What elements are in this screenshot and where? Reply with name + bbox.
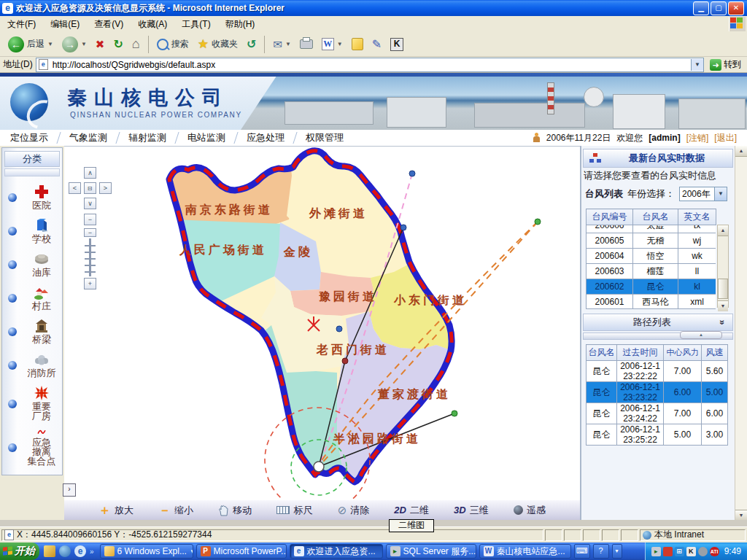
view-3d-tool[interactable]: 3D三维 <box>454 504 489 517</box>
gis-map[interactable]: 南京东路街道 外滩街道 人民广场街道 金陵 豫园街道 小东门街道 老西门街道 董… <box>64 147 580 499</box>
task-powerpoint[interactable]: P Microsoft PowerP... <box>196 544 287 559</box>
mail-button[interactable]: ✉▼ <box>269 36 295 52</box>
typhoon-panel-header[interactable]: 最新台风实时数据 <box>583 149 733 168</box>
panel-splitter[interactable]: ▲ <box>583 332 733 340</box>
table-row[interactable]: 200605无稽wj <box>587 233 716 249</box>
table-row[interactable]: 200603榴莲ll <box>587 264 716 279</box>
nav-radiation[interactable]: 辐射监测 <box>118 131 177 144</box>
map-viewport[interactable]: 南京东路街道 外滩街道 人民广场街道 金陵 豫园街道 小东门街道 老西门街道 董… <box>64 146 580 499</box>
col-header[interactable]: 台风编号 <box>587 209 633 225</box>
pan-tool[interactable]: 移动 <box>218 504 252 517</box>
sidebar-item-village[interactable]: 村庄 <box>2 281 62 315</box>
zoom-in-tool[interactable]: ＋放大 <box>98 502 133 518</box>
menu-view[interactable]: 查看(V) <box>87 18 131 31</box>
go-button[interactable]: ➜ 转到 <box>707 58 744 71</box>
table-row-selected[interactable]: 200602昆仑kl <box>587 279 716 295</box>
menu-help[interactable]: 帮助(H) <box>218 18 263 31</box>
mail-dropdown-icon[interactable]: ▼ <box>285 41 291 47</box>
year-select[interactable]: 2006年 ▼ <box>679 187 727 201</box>
nav-weather[interactable]: 气象监测 <box>59 131 117 144</box>
favorites-button[interactable]: ★ 收藏夹 <box>194 35 241 53</box>
tray-volume-icon[interactable] <box>698 547 708 556</box>
sidebar-item-hospital[interactable]: 医院 <box>2 181 62 214</box>
path-list-header[interactable]: 路径列表 » <box>583 314 733 331</box>
address-field[interactable]: e ▼ <box>36 58 704 72</box>
k-plugin-button[interactable]: K <box>387 36 407 52</box>
col-header[interactable]: 台风名 <box>633 209 678 225</box>
col-header[interactable]: 中心风力 <box>664 345 702 361</box>
sidebar-title[interactable]: 分类 <box>4 151 60 167</box>
typhoon-table-body[interactable]: 200606太虚tx 200605无稽wj 200604悟空wk 200603榴… <box>586 225 716 309</box>
task-sql-server[interactable]: ▸ SQL Server 服务... <box>386 544 476 559</box>
zoom-slider-thumb[interactable]: − <box>84 228 96 237</box>
sidebar-item-bridge[interactable]: 桥梁 <box>2 315 62 349</box>
menu-edit[interactable]: 编辑(E) <box>43 18 87 31</box>
scroll-up-icon[interactable]: ▲ <box>718 225 728 236</box>
col-header[interactable]: 过去时间 <box>617 345 664 361</box>
search-button[interactable]: 搜索 <box>153 36 193 52</box>
sidebar-item-fire-station[interactable]: 消防所 <box>2 349 62 382</box>
typhoon-table-scrollbar[interactable]: ▲ ▼ <box>717 225 729 308</box>
print-button[interactable] <box>296 38 317 50</box>
start-button[interactable]: 开始 <box>0 542 39 560</box>
task-word-doc[interactable]: W 秦山核电站应急... <box>479 544 571 559</box>
table-row-selected[interactable]: 昆仑2006-12-1 23:23:226.005.00 <box>587 382 728 403</box>
scroll-down-icon[interactable]: ▼ <box>735 510 747 520</box>
group-dropdown-icon[interactable]: ▼ <box>190 548 193 555</box>
edit-dropdown-icon[interactable]: ▼ <box>337 41 343 47</box>
edit-word-button[interactable]: W▼ <box>318 36 347 52</box>
menu-favorites[interactable]: 收藏(A) <box>131 18 174 31</box>
scroll-thumb[interactable] <box>718 279 728 299</box>
refresh-button[interactable]: ↻ <box>109 36 126 52</box>
sidebar-item-oil-depot[interactable]: 油库 <box>2 248 62 281</box>
show-desktop-icon[interactable] <box>44 545 55 557</box>
forward-dropdown-icon[interactable]: ▼ <box>81 41 87 47</box>
task-windows-explorer-group[interactable]: 6 Windows Expl... ▼ <box>100 544 193 559</box>
pan-up-button[interactable]: ∧ <box>84 167 96 179</box>
table-row[interactable]: 200606太虚tx <box>587 225 716 233</box>
page-scrollbar[interactable]: ▲ ▼ <box>735 146 747 520</box>
tray-msn-icon[interactable] <box>663 547 673 556</box>
forward-button[interactable]: → ▼ <box>58 35 90 54</box>
history-button[interactable]: ↺ <box>243 36 260 52</box>
table-row[interactable]: 昆仑2006-12-1 23:25:225.003.00 <box>587 424 728 446</box>
quicklaunch-overflow-chevron[interactable]: » <box>90 548 94 556</box>
task-ie-current[interactable]: e 欢迎进入应急资... <box>290 544 383 559</box>
sidebar-item-important-plant[interactable]: 重要 厂房 <box>2 382 62 425</box>
help-language-button[interactable]: ? <box>593 544 609 559</box>
col-header[interactable]: 英文名 <box>678 209 716 225</box>
address-dropdown-icon[interactable]: ▼ <box>691 59 703 71</box>
home-button[interactable]: ⌂ <box>128 35 144 53</box>
window-titlebar[interactable]: e 欢迎进入应急资源及决策信息显示系统 - Microsoft Internet… <box>0 0 747 16</box>
nav-locate[interactable]: 定位显示 <box>0 131 58 144</box>
nav-emergency[interactable]: 应急处理 <box>236 131 295 144</box>
zoom-out-slider-button[interactable]: − <box>84 214 96 225</box>
tray-ati-icon[interactable]: ATI <box>710 547 719 556</box>
sidebar-item-school[interactable]: 学校 <box>2 214 62 248</box>
remote-sensing-tool[interactable]: 遥感 <box>514 504 546 517</box>
zoom-out-tool[interactable]: －缩小 <box>158 502 193 518</box>
tray-network-icon[interactable]: ⊞ <box>675 547 684 556</box>
back-dropdown-icon[interactable]: ▼ <box>47 41 53 47</box>
input-method-button[interactable]: ⌨ <box>574 544 590 559</box>
pan-right-button[interactable]: > <box>99 182 112 194</box>
scroll-down-icon[interactable]: ▼ <box>718 300 728 311</box>
year-select-dropdown-icon[interactable]: ▼ <box>714 187 727 201</box>
table-row[interactable]: 昆仑2006-12-1 23:24:227.006.00 <box>587 403 728 424</box>
table-row[interactable]: 200604悟空wk <box>587 249 716 264</box>
nav-permission[interactable]: 权限管理 <box>295 131 354 144</box>
ruler-tool[interactable]: 标尺 <box>276 504 312 517</box>
maximize-button[interactable]: ▢ <box>711 1 727 15</box>
collapse-chevron-icon[interactable]: » <box>718 320 728 325</box>
scroll-up-icon[interactable]: ▲ <box>735 146 747 157</box>
pan-down-button[interactable]: ∨ <box>84 198 96 209</box>
ie-quicklaunch-icon[interactable]: e <box>74 545 86 557</box>
col-header[interactable]: 台风名 <box>587 345 617 361</box>
ruler-center-button[interactable]: ⊟ <box>84 182 96 194</box>
sidebar-item-assembly-point[interactable]: 应急 撤离 集合点 <box>2 425 62 470</box>
table-row[interactable]: 昆仑2006-12-1 23:22:227.005.60 <box>587 361 728 382</box>
zoom-in-slider-button[interactable]: + <box>84 278 96 289</box>
table-row[interactable]: 200601西马伦xml <box>587 295 716 310</box>
splitter-handle[interactable]: ▲ <box>680 331 722 339</box>
exit-link[interactable]: [退出] <box>714 132 737 144</box>
